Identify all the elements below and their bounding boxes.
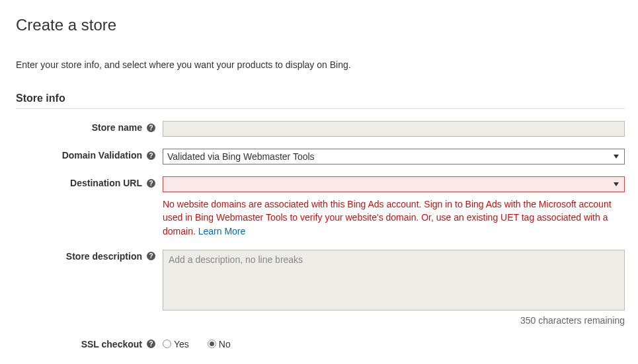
radio-icon — [163, 340, 171, 348]
destination-url-error: No website domains are associated with t… — [163, 198, 625, 238]
page-title: Create a store — [16, 16, 625, 34]
learn-more-link[interactable]: Learn More — [198, 226, 246, 237]
help-icon[interactable]: ? — [146, 151, 156, 161]
domain-validation-select[interactable]: Validated via Bing Webmaster Tools — [163, 149, 625, 164]
svg-text:?: ? — [149, 180, 153, 187]
label-store-description: Store description — [66, 251, 142, 262]
help-icon[interactable]: ? — [146, 339, 156, 349]
label-domain-validation: Domain Validation — [62, 150, 142, 161]
row-store-name: Store name ? — [16, 121, 625, 137]
store-name-input[interactable] — [163, 121, 625, 137]
char-remaining-text: 350 characters remaining — [163, 315, 625, 326]
section-title-store-info: Store info — [16, 92, 625, 104]
row-domain-validation: Domain Validation ? Validated via Bing W… — [16, 149, 625, 164]
ssl-yes-label: Yes — [174, 339, 189, 349]
label-store-name: Store name — [92, 122, 142, 133]
svg-text:?: ? — [149, 124, 153, 131]
row-store-description: Store description ? 350 characters remai… — [16, 250, 625, 326]
ssl-no-label: No — [219, 339, 231, 349]
svg-text:?: ? — [149, 152, 153, 159]
section-divider — [16, 108, 625, 109]
chevron-down-icon — [614, 182, 619, 186]
svg-text:?: ? — [149, 252, 153, 260]
row-ssl-checkout: SSL checkout ? Yes No — [16, 338, 625, 349]
label-destination-url: Destination URL — [70, 178, 142, 188]
help-icon[interactable]: ? — [146, 123, 156, 133]
domain-validation-selected: Validated via Bing Webmaster Tools — [167, 151, 315, 162]
help-icon[interactable]: ? — [146, 251, 156, 261]
ssl-radio-no[interactable]: No — [208, 339, 231, 349]
chevron-down-icon — [614, 155, 619, 159]
row-destination-url: Destination URL ? No website domains are… — [16, 176, 625, 238]
intro-text: Enter your store info, and select where … — [16, 59, 625, 70]
help-icon[interactable]: ? — [146, 178, 156, 188]
svg-text:?: ? — [149, 340, 153, 347]
destination-url-select[interactable] — [163, 176, 625, 192]
radio-icon — [208, 340, 216, 348]
ssl-radio-yes[interactable]: Yes — [163, 339, 189, 349]
label-ssl-checkout: SSL checkout — [81, 339, 142, 349]
store-description-textarea[interactable] — [163, 250, 625, 310]
